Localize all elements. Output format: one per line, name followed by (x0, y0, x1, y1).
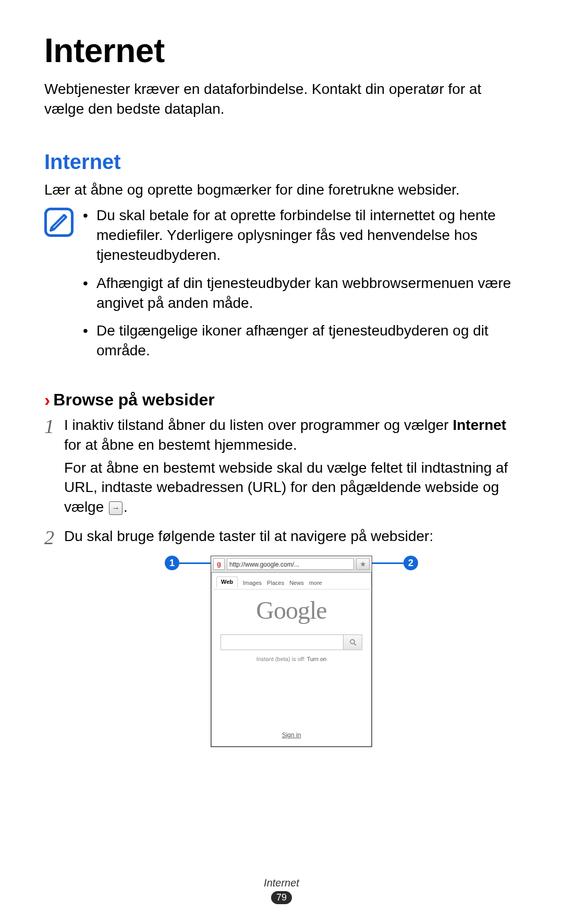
callout-line (372, 562, 403, 564)
search-input[interactable] (221, 635, 343, 650)
callout-1: 1 (165, 556, 179, 570)
callout-2: 2 (403, 556, 418, 570)
tab-news[interactable]: News (289, 579, 304, 587)
step-1: 1 I inaktiv tilstand åbner du listen ove… (44, 415, 519, 520)
subheading-row: › Browse på websider (44, 390, 519, 410)
step-2: 2 Du skal bruge følgende taster til at n… (44, 526, 519, 747)
go-arrow-icon (109, 501, 123, 515)
url-input[interactable]: http://www.google.com/... (227, 558, 354, 570)
page-number: 79 (271, 891, 292, 904)
steps-list: 1 I inaktiv tilstand åbner du listen ove… (44, 415, 519, 747)
note-item: Du skal betale for at oprette forbindels… (83, 206, 519, 265)
subheading: Browse på websider (53, 390, 214, 410)
step-1-text: I inaktiv tilstand åbner du listen over … (64, 415, 519, 455)
instant-text: Instant (beta) is off: Turn on (211, 655, 372, 663)
note-item: De tilgængelige ikoner afhænger af tjene… (83, 321, 519, 361)
google-tabs: Web Images Places News more (211, 573, 372, 590)
favicon-icon: g (213, 558, 225, 570)
search-button-icon[interactable] (343, 635, 362, 650)
phone-mock: g http://www.google.com/... ★ Web Images… (211, 556, 372, 748)
search-row (221, 634, 362, 650)
note-item: Afhængigt af din tjenesteudbyder kan web… (83, 273, 519, 313)
step-2-text: Du skal bruge følgende taster til at nav… (64, 526, 519, 546)
google-logo: Google (211, 594, 372, 628)
sign-in-link[interactable]: Sign in (211, 726, 372, 747)
url-bar: g http://www.google.com/... ★ (211, 556, 372, 573)
note-icon (44, 208, 74, 237)
tab-images[interactable]: Images (243, 579, 262, 587)
intro-text: Webtjenester kræver en dataforbindelse. … (44, 79, 519, 119)
footer-section-label: Internet (0, 877, 563, 889)
step-number: 2 (44, 526, 64, 547)
step-1-text-2: For at åbne en bestemt webside skal du v… (64, 458, 519, 517)
page-footer: Internet 79 (0, 877, 563, 904)
svg-point-0 (350, 640, 354, 644)
tab-places[interactable]: Places (267, 579, 284, 587)
chevron-icon: › (44, 390, 50, 410)
tab-more[interactable]: more (309, 579, 322, 587)
figure: 1 g http://www.google.com/... ★ Web Imag… (64, 556, 519, 748)
section-text: Lær at åbne og oprette bogmærker for din… (44, 180, 519, 200)
instant-turn-on-link[interactable]: Turn on (307, 656, 327, 662)
callout-line (179, 562, 211, 564)
note-list: Du skal betale for at oprette forbindels… (83, 206, 519, 369)
bookmark-star-icon[interactable]: ★ (356, 558, 370, 570)
page-title: Internet (44, 31, 519, 70)
tab-web[interactable]: Web (216, 577, 238, 587)
svg-line-1 (354, 643, 356, 645)
section-heading: Internet (44, 150, 519, 174)
step-number: 1 (44, 415, 64, 436)
note-box: Du skal betale for at oprette forbindels… (44, 206, 519, 369)
